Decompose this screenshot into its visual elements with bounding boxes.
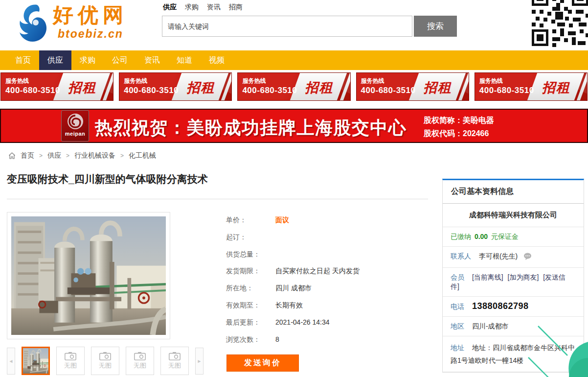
thumbnail-3-empty[interactable]: 无图 (91, 347, 119, 375)
breadcrumb-subcategory[interactable]: 化工机械 (129, 151, 156, 160)
thumbnail-5-empty[interactable]: 无图 (160, 347, 189, 375)
site-logo[interactable]: 好优网 btoebiz.cn (18, 4, 128, 45)
thumbnail-1-selected[interactable] (22, 347, 50, 375)
phone-label: 电话 (451, 303, 464, 310)
address-label: 地址 (451, 344, 464, 352)
detail-value: 自买家付款之日起 天内发货 (275, 267, 360, 277)
home-icon (8, 152, 16, 159)
ad-banner-row: 服务热线 400-680-3510 招租 服务热线 400-680-3510 招… (0, 72, 588, 101)
breadcrumb-separator: > (66, 152, 69, 159)
search-tab-invest[interactable]: 招商 (229, 3, 243, 12)
ad-cta: 招租 (424, 79, 452, 96)
contact-row: 联系人 李可根(先生) (443, 247, 584, 268)
breadcrumb-category[interactable]: 行业机械设备 (74, 151, 115, 160)
ad-cta: 招租 (305, 79, 334, 96)
deposit-row: 已缴纳 0.00 元保证金 (443, 227, 584, 247)
thumbnail-2-empty[interactable]: 无图 (56, 347, 85, 375)
nav-item-supply[interactable]: 供应 (39, 50, 71, 70)
company-name[interactable]: 成都科特瑞兴科技有限公司 (443, 204, 584, 227)
product-photo[interactable] (7, 212, 170, 339)
contact-label: 联系人 (451, 252, 471, 260)
address-row: 地址 地址：四川省成都市金牛区兴科中路1号迪欧时代一幢14楼 (443, 336, 584, 372)
member-label: 会员 (451, 273, 464, 281)
meipan-brand-text: meipan (62, 131, 89, 137)
search-tab-news[interactable]: 资讯 (207, 3, 221, 12)
site-domain: btoebiz.cn (58, 27, 128, 41)
detail-row-validity: 有效期至： 长期有效 (226, 301, 431, 311)
ad-hotline-label: 服务热线 (361, 77, 416, 85)
no-image-label: 无图 (168, 361, 181, 370)
ad-cta: 招租 (68, 79, 96, 96)
chat-bubble-icon[interactable] (523, 253, 532, 262)
address-value: 地址：四川省成都市金牛区兴科中路1号迪欧时代一幢14楼 (451, 344, 575, 364)
camera-icon (134, 352, 146, 360)
nav-item-video[interactable]: 视频 (201, 50, 233, 70)
ad-cta: 招租 (186, 79, 215, 96)
ad-hotline-label: 服务热线 (479, 77, 534, 85)
breadcrumb-supply[interactable]: 供应 (47, 151, 61, 160)
thumb-scroll-right-button[interactable]: ► (195, 348, 204, 375)
deposit-prefix: 已缴纳 (451, 233, 471, 240)
search-input[interactable] (162, 16, 412, 37)
camera-icon (65, 352, 76, 360)
ad-hotline-label: 服务热线 (242, 77, 297, 85)
send-inquiry-button[interactable]: 发送询价 (226, 354, 299, 372)
add-friend-link[interactable]: [加为商友] (508, 273, 539, 281)
detail-row-supply-total: 供货总量： (226, 250, 431, 260)
search-tab-supply[interactable]: 供应 (163, 3, 177, 12)
detail-value: 四川 成都市 (275, 284, 312, 294)
phone-row: 电话 13880862798 (443, 297, 584, 317)
member-status-link[interactable]: [当前离线] (472, 273, 503, 281)
stock-name: 美盼电器 (463, 116, 494, 124)
ad-phone: 400-680-3510 (124, 85, 179, 96)
nav-item-buy[interactable]: 求购 (71, 50, 104, 70)
detail-label: 单价： (226, 216, 275, 226)
stock-code-label: 股权代码： (424, 129, 463, 138)
search-box: 搜索 (162, 16, 460, 37)
ad-phone: 400-680-3510 (361, 85, 416, 96)
breadcrumb-home[interactable]: 首页 (21, 151, 34, 160)
detail-row-min-order: 起订： (226, 233, 431, 243)
ad-banner-1[interactable]: 服务热线 400-680-3510 招租 (0, 72, 113, 101)
ad-banner-4[interactable]: 服务热线 400-680-3510 招租 (356, 72, 469, 101)
stock-name-label: 股权简称： (424, 116, 463, 124)
detail-label: 供货总量： (226, 250, 275, 260)
top-header: 好优网 btoebiz.cn 供应 求购 资讯 招商 搜索 (0, 0, 588, 50)
site-name: 好优网 (53, 4, 128, 26)
ad-banner-5[interactable]: 服务热线 400-680-3510 招租 (475, 72, 588, 101)
company-info-panel: 公司基本资料信息 成都科特瑞兴科技有限公司 已缴纳 0.00 元保证金 联系人 … (442, 179, 584, 373)
right-arrow-icon: ► (197, 358, 202, 364)
logo-texts: 好优网 btoebiz.cn (53, 4, 128, 41)
thumbnail-strip: ◄ 无图 无图 无图 (7, 347, 204, 375)
logo-swirl-icon (18, 4, 50, 45)
promo-stock-info: 股权简称：美盼电器 股权代码：202466 (424, 114, 494, 140)
search-tabs: 供应 求购 资讯 招商 (162, 3, 460, 12)
ad-banner-3[interactable]: 服务热线 400-680-3510 招租 (237, 72, 350, 101)
detail-label: 有效期至： (226, 301, 275, 311)
region-row: 地区 四川-成都市 (443, 317, 584, 336)
ad-banner-2[interactable]: 服务热线 400-680-3510 招租 (119, 72, 232, 101)
thumb-scroll-left-button[interactable]: ◄ (7, 348, 15, 375)
search-tab-buy[interactable]: 求购 (185, 3, 199, 12)
breadcrumb-separator: > (39, 152, 43, 159)
detail-label: 浏览次数： (226, 335, 275, 346)
product-title: 变压吸附技术_四川新型的气体吸附分离技术 (7, 172, 208, 186)
meipan-swirl-icon (66, 112, 85, 131)
nav-item-home[interactable]: 首页 (7, 50, 39, 70)
ad-hotline-label: 服务热线 (5, 77, 60, 85)
detail-row-updated: 最后更新： 2021-04-26 14:34 (226, 318, 431, 329)
main-nav: 首页 供应 求购 公司 资讯 知道 视频 (0, 50, 588, 70)
search-area: 供应 求购 资讯 招商 搜索 (162, 3, 460, 37)
nav-item-know[interactable]: 知道 (168, 50, 201, 70)
promo-banner[interactable]: meipan 热烈祝贺：美盼成功挂牌上海股交中心 股权简称：美盼电器 股权代码：… (0, 109, 588, 143)
nav-item-company[interactable]: 公司 (104, 50, 136, 70)
search-button[interactable]: 搜索 (414, 16, 457, 37)
no-image-label: 无图 (134, 361, 146, 370)
product-photo-image (11, 216, 166, 335)
nav-item-news[interactable]: 资讯 (136, 50, 168, 70)
breadcrumb: 首页 > 供应 > 行业机械设备 > 化工机械 (8, 151, 156, 160)
product-details: 单价： 面议 起订： 供货总量： 发货期限： 自买家付款之日起 天内发货 所在地… (226, 216, 431, 352)
thumbnail-4-empty[interactable]: 无图 (126, 347, 154, 375)
phone-number: 13880862798 (472, 301, 529, 311)
breadcrumb-separator: > (120, 152, 124, 159)
